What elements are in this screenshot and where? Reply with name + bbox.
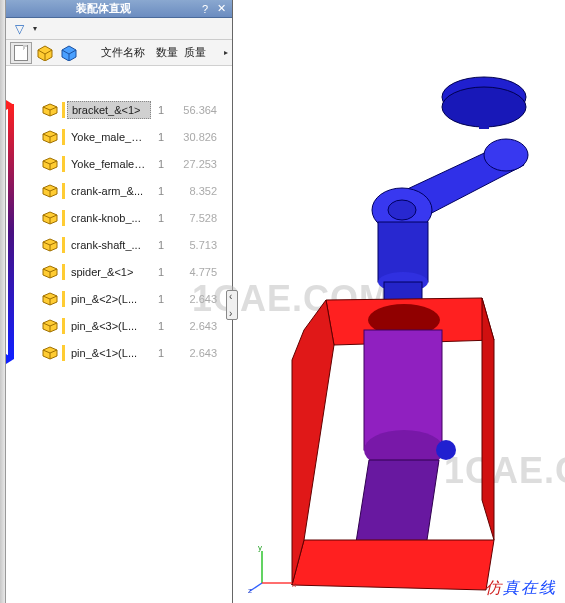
part-mass: 5.713 (171, 239, 217, 251)
filter-dropdown-icon[interactable]: ▾ (28, 22, 42, 36)
part-qty: 1 (151, 158, 171, 170)
tree-row[interactable]: Yoke_female_...127.253 (16, 150, 232, 177)
part-icon (42, 319, 58, 333)
part-icon (42, 292, 58, 306)
close-icon[interactable]: ✕ (214, 2, 228, 16)
tree-row[interactable]: pin_&<3>(L...12.643 (16, 312, 232, 339)
col-qty[interactable]: 数量 (152, 45, 178, 60)
part-mass: 2.643 (171, 347, 217, 359)
expand-columns-icon[interactable]: ▸ (224, 48, 232, 57)
part-qty: 1 (151, 239, 171, 251)
part-name: Yoke_female_... (67, 156, 151, 172)
color-bar (62, 345, 65, 361)
cube-yellow-icon (37, 45, 53, 61)
svg-point-53 (484, 139, 528, 171)
part-mass: 7.528 (171, 212, 217, 224)
part-qty: 1 (151, 212, 171, 224)
color-bar (62, 129, 65, 145)
part-name: pin_&<2>(L... (67, 291, 151, 307)
color-bar (62, 264, 65, 280)
part-icon (42, 346, 58, 360)
color-bar (62, 156, 65, 172)
tree-row[interactable]: pin_&<2>(L...12.643 (16, 285, 232, 312)
part-icon (42, 238, 58, 252)
footer-char: 仿 (485, 579, 503, 596)
part-name: spider_&<1> (67, 264, 151, 280)
part-mass: 56.364 (171, 104, 217, 116)
footer-char: 线 (539, 579, 557, 596)
component-tree: bracket_&<1>156.364Yoke_male_&...130.826… (16, 66, 232, 603)
color-bar (62, 210, 65, 226)
toolbar: 文件名称 数量 质量 ▸ (6, 40, 232, 66)
svg-rect-50 (479, 107, 489, 129)
tree-row[interactable]: pin_&<1>(L...12.643 (16, 339, 232, 366)
show-parts-button[interactable] (34, 42, 56, 64)
axis-z-label: z (248, 586, 252, 593)
panel-resize-handle[interactable] (226, 290, 238, 320)
cube-blue-icon (61, 45, 77, 61)
color-bar (62, 102, 65, 118)
tree-area: bracket_&<1>156.364Yoke_male_&...130.826… (6, 66, 232, 603)
part-name: crank-knob_... (67, 210, 151, 226)
gradient-bar (8, 104, 14, 359)
help-icon[interactable]: ? (198, 2, 212, 16)
show-assemblies-button[interactable] (58, 42, 80, 64)
col-mass[interactable]: 质量 (180, 45, 222, 60)
tree-row[interactable]: bracket_&<1>156.364 (16, 96, 232, 123)
part-name: crank-shaft_... (67, 237, 151, 253)
view-list-button[interactable] (10, 42, 32, 64)
tree-row[interactable]: spider_&<1>14.775 (16, 258, 232, 285)
tree-row[interactable]: crank-shaft_...15.713 (16, 231, 232, 258)
svg-point-52 (388, 200, 416, 220)
tree-row[interactable]: crank-arm_&...18.352 (16, 177, 232, 204)
panel-titlebar: 装配体直观 ? ✕ (6, 0, 232, 18)
color-bar (62, 237, 65, 253)
part-mass: 8.352 (171, 185, 217, 197)
part-qty: 1 (151, 185, 171, 197)
part-icon (42, 103, 58, 117)
part-icon (42, 184, 58, 198)
axis-x-label: x (292, 580, 296, 589)
gradient-bottom-marker[interactable] (6, 354, 14, 364)
svg-point-60 (436, 440, 456, 460)
part-qty: 1 (151, 266, 171, 278)
model-render (234, 0, 564, 600)
part-icon (42, 130, 58, 144)
part-icon (42, 211, 58, 225)
tree-row[interactable]: Yoke_male_&...130.826 (16, 123, 232, 150)
color-gradient-strip (6, 66, 16, 603)
color-bar (62, 318, 65, 334)
footer-watermark: 仿真在线 (485, 578, 557, 599)
tree-row[interactable]: crank-knob_...17.528 (16, 204, 232, 231)
footer-char: 真 (503, 579, 521, 596)
part-name: bracket_&<1> (67, 101, 151, 119)
footer-char: 在 (521, 579, 539, 596)
axis-y-label: y (258, 543, 262, 552)
part-name: pin_&<3>(L... (67, 318, 151, 334)
part-name: crank-arm_&... (67, 183, 151, 199)
panel-title: 装配体直观 (10, 1, 196, 16)
color-bar (62, 183, 65, 199)
part-mass: 2.643 (171, 320, 217, 332)
part-qty: 1 (151, 320, 171, 332)
filter-bar: ▽ ▾ (6, 18, 232, 40)
part-icon (42, 157, 58, 171)
color-bar (62, 291, 65, 307)
part-mass: 4.775 (171, 266, 217, 278)
part-mass: 2.643 (171, 293, 217, 305)
3d-viewport[interactable]: 1CAE.COM 1CAE.COM (234, 0, 565, 603)
part-mass: 27.253 (171, 158, 217, 170)
assembly-panel: 装配体直观 ? ✕ ▽ ▾ 文件名称 数 (6, 0, 233, 603)
part-qty: 1 (151, 347, 171, 359)
part-name: pin_&<1>(L... (67, 345, 151, 361)
part-mass: 30.826 (171, 131, 217, 143)
part-qty: 1 (151, 104, 171, 116)
part-name: Yoke_male_&... (67, 129, 151, 145)
part-icon (42, 265, 58, 279)
orientation-triad[interactable]: y x z (248, 543, 298, 593)
filter-icon[interactable]: ▽ (12, 22, 26, 36)
part-qty: 1 (151, 293, 171, 305)
col-filename[interactable]: 文件名称 (96, 45, 150, 60)
part-qty: 1 (151, 131, 171, 143)
sheet-icon (14, 45, 28, 61)
